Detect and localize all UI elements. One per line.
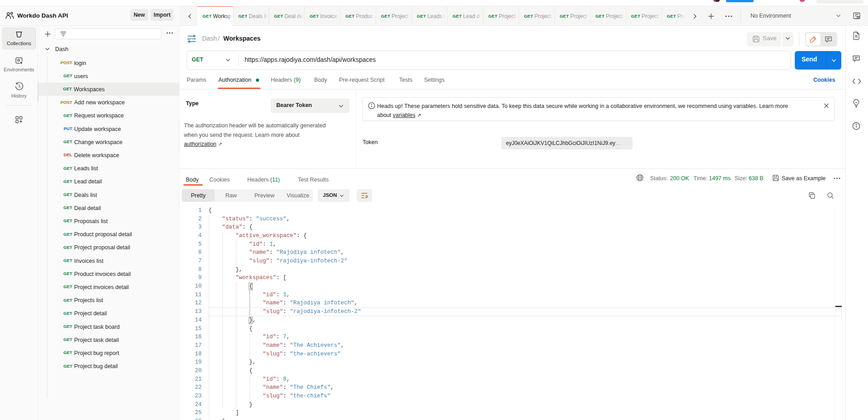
svg-text:HTTP: HTTP bbox=[188, 37, 196, 41]
